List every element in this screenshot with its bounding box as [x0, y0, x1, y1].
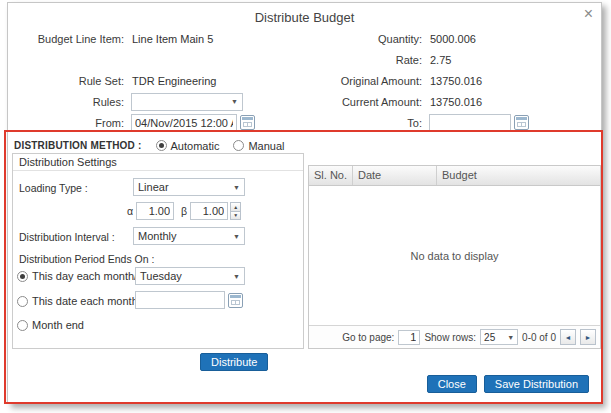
distribution-interval-label: Distribution Interval : [19, 231, 115, 243]
value-stepper: ▲ ▼ [230, 202, 241, 220]
show-rows-label: Show rows: [424, 332, 476, 343]
chevron-down-icon: ▼ [233, 184, 240, 191]
column-header-slno: Sl. No. [309, 166, 353, 185]
day-of-week-select[interactable]: Tuesday ▼ [135, 267, 245, 285]
calendar-icon[interactable] [228, 293, 243, 308]
row-range-text: 0-0 of 0 [522, 332, 556, 343]
period-ends-label: Distribution Period Ends On : [19, 253, 154, 265]
radio-selected-icon [156, 140, 167, 151]
budget-line-item-label: Budget Line Item: [8, 33, 131, 45]
column-header-budget: Budget [437, 166, 600, 185]
date-each-field [135, 291, 243, 309]
option-date-each-label: This date each month [32, 295, 138, 307]
calendar-icon[interactable] [514, 115, 529, 130]
to-input[interactable] [429, 114, 511, 132]
rules-select[interactable]: ▼ [131, 93, 243, 111]
distribution-settings-panel: Distribution Settings Loading Type : Lin… [12, 153, 304, 349]
distribution-interval-select[interactable]: Monthly ▼ [133, 227, 245, 245]
alpha-beta-row: α β ▲ ▼ [127, 202, 241, 220]
method-automatic-label: Automatic [171, 140, 220, 152]
dialog-footer: Close Save Distribution [427, 375, 589, 393]
rule-set-label: Rule Set: [8, 75, 131, 87]
page-number-input[interactable] [398, 330, 420, 345]
day-of-week-value: Tuesday [140, 270, 182, 282]
distribution-interval-value: Monthly [138, 230, 177, 242]
rows-per-page-value: 25 [484, 332, 495, 343]
from-input[interactable] [131, 114, 237, 132]
chevron-down-icon: ▼ [233, 233, 240, 240]
save-distribution-button[interactable]: Save Distribution [484, 375, 589, 393]
stepper-down-icon[interactable]: ▼ [230, 212, 241, 221]
distribution-method-row: DISTRIBUTION METHOD : Automatic Manual [10, 135, 599, 153]
distribution-settings-title: Distribution Settings [13, 154, 303, 171]
option-date-each-radio[interactable]: This date each month [17, 295, 138, 307]
radio-icon [17, 296, 28, 307]
grid-header: Sl. No. Date Budget [309, 166, 600, 186]
distribution-method-label: DISTRIBUTION METHOD : [14, 140, 142, 151]
grid-pager: Go to page: Show rows: 25 ▼ 0-0 of 0 ◄ ► [309, 325, 600, 348]
original-amount-value: 13750.016 [429, 75, 601, 87]
method-automatic-radio[interactable]: Automatic [156, 140, 220, 152]
header-form: Budget Line Item: Line Item Main 5 Quant… [8, 29, 601, 132]
method-manual-radio[interactable]: Manual [233, 140, 284, 152]
grid-empty-message: No data to display [309, 186, 600, 325]
close-button[interactable]: Close [427, 375, 477, 393]
close-icon[interactable]: × [584, 6, 593, 22]
chevron-down-icon: ▼ [507, 334, 514, 341]
column-header-date: Date [353, 166, 437, 185]
method-manual-label: Manual [248, 140, 284, 152]
radio-icon [17, 320, 28, 331]
stepper-up-icon[interactable]: ▲ [230, 202, 241, 212]
alpha-input[interactable] [136, 202, 174, 220]
dialog-title: Distribute Budget [8, 10, 601, 25]
to-label: To: [299, 117, 429, 129]
current-amount-label: Current Amount: [299, 96, 429, 108]
alpha-label: α [127, 205, 133, 217]
distribute-budget-dialog: Distribute Budget × Budget Line Item: Li… [7, 2, 602, 404]
quantity-value: 5000.006 [429, 33, 601, 45]
chevron-down-icon: ▼ [231, 98, 238, 105]
budget-line-item-value: Line Item Main 5 [131, 33, 299, 45]
loading-type-label: Loading Type : [19, 182, 88, 194]
beta-label: β [181, 205, 187, 217]
previous-page-icon[interactable]: ◄ [560, 329, 576, 345]
rows-per-page-select[interactable]: 25 ▼ [480, 329, 518, 345]
rules-label: Rules: [8, 96, 131, 108]
loading-type-select[interactable]: Linear ▼ [133, 178, 245, 196]
date-each-input[interactable] [135, 291, 225, 309]
next-page-icon[interactable]: ► [580, 329, 596, 345]
chevron-down-icon: ▼ [233, 273, 240, 280]
from-label: From: [8, 117, 131, 129]
rate-label: Rate: [299, 54, 429, 66]
distribution-grid: Sl. No. Date Budget No data to display G… [308, 165, 601, 349]
screen: Distribute Budget × Budget Line Item: Li… [0, 0, 611, 413]
distribution-settings-body: Loading Type : Linear ▼ α β ▲ ▼ [13, 171, 303, 349]
radio-selected-icon [17, 271, 28, 282]
beta-input[interactable] [190, 202, 228, 220]
rate-value: 2.75 [429, 54, 601, 66]
original-amount-label: Original Amount: [299, 75, 429, 87]
option-month-end-radio[interactable]: Month end [17, 319, 84, 331]
rule-set-value: TDR Engineering [131, 75, 299, 87]
option-month-end-label: Month end [32, 319, 84, 331]
distribution-section: DISTRIBUTION METHOD : Automatic Manual D… [10, 135, 599, 401]
radio-icon [233, 140, 244, 151]
calendar-icon[interactable] [240, 115, 255, 130]
current-amount-value: 13750.016 [429, 96, 601, 108]
distribute-button[interactable]: Distribute [200, 353, 268, 371]
loading-type-value: Linear [138, 181, 169, 193]
quantity-label: Quantity: [299, 33, 429, 45]
go-to-page-label: Go to page: [342, 332, 394, 343]
